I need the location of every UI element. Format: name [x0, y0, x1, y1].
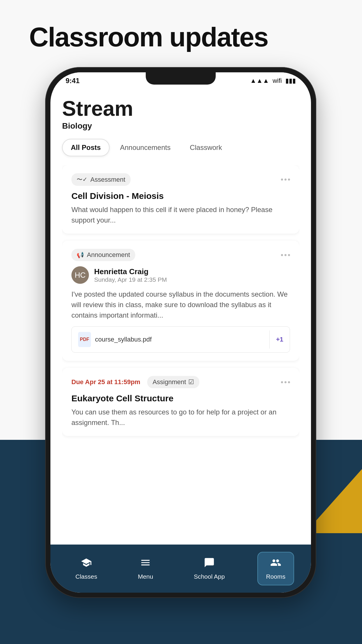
attachment-more[interactable]: +1 [269, 330, 290, 349]
tab-all-posts[interactable]: All Posts [62, 139, 110, 156]
app-content: Stream Biology All Posts Announcements C… [50, 89, 311, 545]
announcement-card: 📢 Announcement HC Henrietta Craig [62, 241, 299, 361]
feed-content: 〜✓ Assessment Cell Division - Meiosis Wh… [62, 165, 299, 545]
user-info: Henrietta Craig Sunday, Apr 19 at 2:35 P… [94, 267, 167, 283]
user-name: Henrietta Craig [94, 267, 167, 276]
assignment-badge-label: Assignment [152, 378, 186, 386]
nav-rooms-label: Rooms [266, 573, 286, 580]
user-row: HC Henrietta Craig Sunday, Apr 19 at 2:3… [71, 266, 290, 284]
tab-classwork[interactable]: Classwork [181, 139, 231, 156]
assignment-top-row: Due Apr 25 at 11:59pm Assignment ☑ [71, 376, 290, 388]
more-options-button[interactable] [281, 178, 290, 181]
phone-screen: 9:41 ▲▲▲ wifi ▮▮▮ Stream Biology All Pos… [50, 72, 311, 593]
school-app-icon [204, 557, 215, 571]
attachment-name: course_syllabus.pdf [95, 336, 152, 343]
phone-outer: 9:41 ▲▲▲ wifi ▮▮▮ Stream Biology All Pos… [45, 67, 316, 598]
card-top-row: 〜✓ Assessment [71, 173, 290, 186]
nav-menu[interactable]: Menu [130, 552, 161, 585]
tabs-row: All Posts Announcements Classwork [62, 139, 299, 156]
assessment-title: Cell Division - Meiosis [71, 191, 290, 201]
announcement-icon: 📢 [77, 251, 84, 258]
page-title: Classroom updates [29, 22, 268, 52]
avatar: HC [71, 266, 89, 284]
assignment-header-left: Due Apr 25 at 11:59pm Assignment ☑ [71, 376, 199, 388]
assessment-body: What would happen to this cell if it wer… [71, 204, 290, 225]
assignment-card: Due Apr 25 at 11:59pm Assignment ☑ Eukar… [62, 368, 299, 436]
assignment-body: You can use them as resources to go to f… [71, 407, 290, 428]
user-date: Sunday, Apr 19 at 2:35 PM [94, 276, 167, 283]
stream-subtitle: Biology [62, 121, 299, 131]
assessment-badge: 〜✓ Assessment [71, 173, 131, 186]
rooms-icon [270, 557, 281, 571]
nav-menu-label: Menu [138, 573, 153, 580]
phone-mockup: 9:41 ▲▲▲ wifi ▮▮▮ Stream Biology All Pos… [45, 67, 316, 598]
attachment-file: PDF course_syllabus.pdf [72, 327, 269, 352]
assignment-badge: Assignment ☑ [147, 376, 199, 388]
phone-notch [146, 72, 216, 85]
assessment-icon: 〜✓ [77, 176, 87, 183]
bottom-nav: Classes Menu Schoo [50, 545, 311, 593]
nav-rooms[interactable]: Rooms [257, 552, 294, 585]
wifi-icon: wifi [273, 77, 282, 85]
announcement-badge: 📢 Announcement [71, 249, 135, 261]
assignment-title: Eukaryote Cell Structure [71, 393, 290, 403]
nav-school-app-label: School App [194, 573, 225, 580]
battery-icon: ▮▮▮ [285, 77, 296, 85]
signal-icon: ▲▲▲ [250, 77, 269, 85]
nav-classes-label: Classes [75, 573, 97, 580]
status-icons: ▲▲▲ wifi ▮▮▮ [250, 77, 296, 85]
stream-title: Stream [62, 98, 299, 119]
due-label: Due Apr 25 at 11:59pm [71, 378, 140, 386]
classes-icon [81, 557, 92, 571]
more-options-button-2[interactable] [281, 254, 290, 256]
nav-school-app[interactable]: School App [186, 552, 233, 585]
assignment-check-icon: ☑ [188, 378, 194, 386]
status-time: 9:41 [66, 77, 80, 85]
tab-announcements[interactable]: Announcements [111, 139, 179, 156]
nav-classes[interactable]: Classes [67, 552, 106, 585]
more-options-button-3[interactable] [281, 381, 290, 383]
announcement-top-row: 📢 Announcement [71, 249, 290, 261]
menu-icon [140, 557, 151, 571]
announcement-body: I've posted the updated course syllabus … [71, 289, 290, 321]
pdf-icon: PDF [78, 332, 91, 347]
assessment-card: 〜✓ Assessment Cell Division - Meiosis Wh… [62, 165, 299, 234]
assessment-badge-label: Assessment [90, 176, 125, 183]
announcement-badge-label: Announcement [87, 251, 130, 259]
attachment[interactable]: PDF course_syllabus.pdf +1 [71, 326, 290, 353]
